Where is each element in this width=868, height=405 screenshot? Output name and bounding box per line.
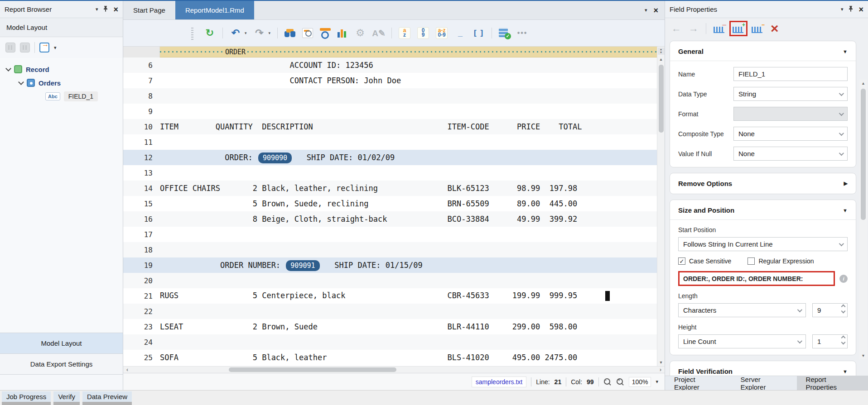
- report-line[interactable]: 17: [123, 227, 657, 242]
- refresh-icon[interactable]: ↻: [204, 27, 216, 39]
- pin-icon[interactable]: [103, 5, 108, 14]
- tab-job-progress[interactable]: Job Progress: [2, 391, 51, 405]
- captured-field-highlight[interactable]: 909090: [258, 152, 292, 163]
- report-line[interactable]: 24: [123, 334, 657, 350]
- field-verification-section[interactable]: Field Verification ▼: [670, 361, 856, 376]
- preceding-strings-input[interactable]: ORDER:, ORDER ID:, ORDER NUMBER:: [678, 271, 835, 286]
- nav-model-layout-button[interactable]: Model Layout: [0, 333, 123, 354]
- undo-caret-icon[interactable]: ▾: [245, 31, 247, 35]
- export-icon[interactable]: [39, 43, 49, 52]
- case-sensitive-checkbox[interactable]: ✓Case Sensitive: [678, 257, 731, 265]
- report-line[interactable]: 8: [123, 88, 657, 104]
- tab-start-page[interactable]: Start Page: [123, 1, 175, 19]
- close-icon[interactable]: ×: [858, 5, 863, 14]
- start-position-select[interactable]: Follows String In Current Line: [678, 237, 848, 251]
- length-unit-select[interactable]: Characters: [678, 303, 806, 317]
- template-grid-icon[interactable]: [20, 43, 30, 52]
- properties-scrollbar[interactable]: ▴ ▾: [859, 80, 867, 359]
- field-properties-icon[interactable]: [302, 28, 313, 38]
- report-line[interactable]: 13: [123, 165, 657, 181]
- length-value-stepper[interactable]: 9: [812, 303, 848, 317]
- report-line[interactable]: 20: [123, 273, 657, 288]
- field1-label[interactable]: FIELD_1: [64, 91, 98, 101]
- panel-menu-caret-icon[interactable]: ▾: [841, 6, 844, 12]
- report-line[interactable]: 12 ORDER: 909090 SHIP DATE: 01/02/09: [123, 150, 657, 165]
- report-line[interactable]: 19 ORDER NUMBER: 909091 SHIP DATE: 01/15…: [123, 257, 657, 273]
- report-line[interactable]: 9: [123, 104, 657, 119]
- zoom-level[interactable]: 100%: [629, 377, 651, 387]
- document-list-caret-icon[interactable]: ▾: [645, 7, 647, 13]
- tab-server-explorer[interactable]: Server Explorer: [732, 376, 797, 390]
- tree-item-orders[interactable]: Orders: [6, 76, 123, 90]
- value-if-null-select[interactable]: None: [733, 147, 848, 161]
- add-field-icon[interactable]: +: [733, 24, 744, 33]
- report-line[interactable]: 14OFFICE CHAIRS 2 Black, leather, reclin…: [123, 181, 657, 196]
- tab-reportmodel1[interactable]: ReportModel1.Rmd: [175, 1, 254, 19]
- undo-icon[interactable]: ↶: [230, 27, 241, 39]
- report-search-icon[interactable]: [320, 28, 331, 38]
- data-type-select[interactable]: String: [733, 87, 848, 101]
- scroll-up-icon[interactable]: ▴: [660, 56, 662, 63]
- split-handle-icon[interactable]: [658, 48, 665, 55]
- zoom-out-icon[interactable]: -: [603, 378, 612, 386]
- panel-menu-caret-icon[interactable]: ▾: [96, 6, 98, 12]
- zoom-in-icon[interactable]: +: [616, 378, 624, 386]
- export-caret-icon[interactable]: ▾: [54, 45, 57, 51]
- scroll-left-icon[interactable]: ‹: [123, 367, 131, 373]
- verify-table-icon[interactable]: [499, 28, 510, 38]
- spin-up-icon[interactable]: [841, 305, 846, 309]
- info-icon[interactable]: i: [839, 275, 848, 283]
- underscore-icon[interactable]: _: [454, 27, 466, 39]
- tree-item-field1[interactable]: Abc FIELD_1: [6, 90, 123, 103]
- previous-field-icon[interactable]: ←: [671, 23, 681, 34]
- report-line[interactable]: 18: [123, 242, 657, 257]
- collapse-section-icon[interactable]: ▼: [843, 208, 848, 213]
- report-line[interactable]: 15 5 Brown, Suede, reclining BRN-65509 8…: [123, 196, 657, 211]
- report-line[interactable]: 16 8 Beige, Cloth, straight-back BCO-338…: [123, 211, 657, 227]
- height-unit-select[interactable]: Line Count: [678, 334, 806, 348]
- source-file-link[interactable]: sampleorders.txt: [472, 376, 526, 387]
- redo-icon[interactable]: ↷: [254, 27, 265, 39]
- tree-item-record[interactable]: Record: [6, 62, 123, 76]
- edit-field-icon[interactable]: --: [752, 24, 763, 33]
- scroll-up-icon[interactable]: ▴: [862, 80, 864, 87]
- close-icon[interactable]: ×: [113, 5, 118, 14]
- chevron-down-icon[interactable]: [5, 66, 11, 71]
- tab-verify[interactable]: Verify: [53, 391, 80, 405]
- scroll-down-icon[interactable]: ▾: [862, 352, 864, 359]
- report-line[interactable]: 7 CONTACT PERSON: John Doe: [123, 73, 657, 88]
- tab-data-preview[interactable]: Data Preview: [82, 391, 132, 405]
- vertical-scrollbar[interactable]: ▴ ▾: [657, 47, 665, 366]
- sort-alphanumeric-icon[interactable]: a-z0-9: [436, 27, 448, 39]
- sort-az-icon[interactable]: az: [399, 27, 410, 39]
- collapse-section-icon[interactable]: ▼: [843, 369, 848, 374]
- regular-expression-checkbox[interactable]: Regular Expression: [747, 257, 814, 265]
- document-close-icon[interactable]: ×: [653, 6, 658, 14]
- report-line[interactable]: 22: [123, 304, 657, 319]
- spin-down-icon[interactable]: [841, 340, 846, 345]
- spin-up-icon[interactable]: [841, 336, 846, 340]
- more-options-icon[interactable]: •••: [516, 27, 528, 39]
- report-line[interactable]: 6 ACCOUNT ID: 123456: [123, 57, 657, 73]
- brackets-icon[interactable]: [ ]: [473, 27, 485, 39]
- scroll-thumb[interactable]: [861, 89, 866, 220]
- report-line[interactable]: 23LSEAT 2 Brown, Suede BLR-44110 299.00 …: [123, 319, 657, 334]
- collapse-section-icon[interactable]: ▼: [843, 49, 848, 54]
- pin-icon[interactable]: [849, 5, 853, 14]
- spin-down-icon[interactable]: [841, 309, 846, 314]
- chart-icon[interactable]: [338, 29, 347, 38]
- scroll-down-icon[interactable]: ▾: [660, 359, 662, 366]
- scroll-right-icon[interactable]: ›: [656, 367, 665, 373]
- horizontal-scrollbar[interactable]: ‹ ›: [123, 366, 665, 373]
- scroll-thumb[interactable]: [659, 65, 664, 133]
- sort-09-icon[interactable]: 09: [417, 27, 429, 39]
- next-field-icon[interactable]: →: [689, 23, 699, 34]
- hscroll-thumb[interactable]: [229, 367, 396, 372]
- report-line[interactable]: 21RUGS 5 Centerpiece, black CBR-45633 19…: [123, 288, 657, 304]
- report-line[interactable]: 25SOFA 5 Black, leather BLS-41020 495.00…: [123, 350, 657, 365]
- delete-field-icon[interactable]: ×: [771, 22, 779, 35]
- report-line[interactable]: 11: [123, 134, 657, 150]
- toolbar-drag-handle[interactable]: [191, 26, 193, 40]
- orders-label[interactable]: Orders: [39, 79, 61, 87]
- report-line[interactable]: 10ITEM QUANTITY DESCRIPTION ITEM-CODE PR…: [123, 119, 657, 134]
